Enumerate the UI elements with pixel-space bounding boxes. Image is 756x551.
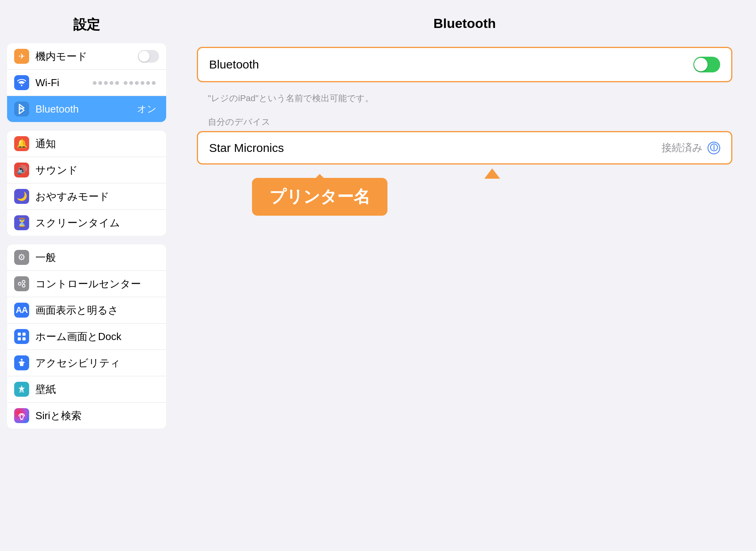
bluetooth-toggle-row: Bluetooth (198, 48, 731, 81)
sidebar: 設定 ✈ 機内モード Wi-Fi ●●●●● ●●●●●● (0, 0, 173, 551)
svg-rect-6 (22, 337, 26, 340)
accessibility-icon (14, 355, 29, 370)
controlcenter-label: コントロールセンター (35, 277, 159, 291)
wifi-icon (14, 75, 29, 90)
svg-rect-5 (18, 337, 21, 340)
sidebar-item-accessibility[interactable]: アクセシビリティ (7, 350, 166, 376)
sidebar-title: 設定 (0, 0, 173, 43)
airplane-label: 機内モード (35, 50, 138, 63)
svg-point-7 (21, 359, 23, 361)
display-label: 画面表示と明るさ (35, 303, 159, 317)
main-panel: Bluetooth Bluetooth "レジのiPad"という名前で検出可能で… (173, 0, 756, 551)
sidebar-item-home[interactable]: ホーム画面とDock (7, 324, 166, 350)
bluetooth-main-toggle[interactable] (693, 57, 720, 72)
sidebar-item-screentime[interactable]: ⏳ スクリーンタイム (7, 210, 166, 236)
donotdisturb-label: おやすみモード (35, 190, 159, 203)
device-row: Star Micronics 接続済み ⓘ (198, 132, 731, 163)
device-card: Star Micronics 接続済み ⓘ (197, 131, 732, 165)
sidebar-item-siri[interactable]: Siriと検索 (7, 403, 166, 429)
notification-label: 通知 (35, 137, 159, 151)
siri-icon (14, 408, 29, 423)
airplane-icon: ✈ (14, 49, 29, 64)
my-devices-header: 自分のデバイス (197, 109, 732, 131)
svg-point-1 (22, 281, 25, 283)
sidebar-item-donotdisturb[interactable]: 🌙 おやすみモード (7, 183, 166, 210)
accessibility-label: アクセシビリティ (35, 356, 159, 370)
controlcenter-icon (14, 276, 29, 291)
siri-label: Siriと検索 (35, 409, 159, 423)
wallpaper-label: 壁紙 (35, 383, 159, 396)
sidebar-item-airplane[interactable]: ✈ 機内モード (7, 43, 166, 70)
wallpaper-icon (14, 382, 29, 397)
svg-point-2 (22, 285, 25, 287)
donotdisturb-icon: 🌙 (14, 189, 29, 204)
airplane-toggle[interactable] (138, 50, 159, 63)
tooltip-arrow (484, 168, 500, 179)
sidebar-item-controlcenter[interactable]: コントロールセンター (7, 271, 166, 297)
general-label: 一般 (35, 251, 159, 264)
notification-icon: 🔔 (14, 136, 29, 151)
svg-rect-3 (18, 333, 21, 336)
device-info-button[interactable]: ⓘ (708, 142, 720, 154)
wifi-value: ●●●●● ●●●●●● (92, 78, 157, 88)
bluetooth-card-label: Bluetooth (209, 58, 693, 71)
sound-label: サウンド (35, 163, 159, 177)
svg-point-8 (20, 414, 23, 419)
svg-rect-4 (22, 333, 26, 336)
sidebar-item-general[interactable]: ⚙ 一般 (7, 244, 166, 271)
settings-group-general2: ⚙ 一般 コントロールセンター AA 画面表示と明るさ (7, 244, 166, 429)
sidebar-item-wifi[interactable]: Wi-Fi ●●●●● ●●●●●● (7, 70, 166, 96)
home-icon (14, 329, 29, 344)
screentime-icon: ⏳ (14, 215, 29, 230)
discovery-text: "レジのiPad"という名前で検出可能です。 (197, 89, 732, 109)
device-name: Star Micronics (209, 141, 662, 155)
general-icon: ⚙ (14, 250, 29, 265)
sidebar-item-bluetooth[interactable]: Bluetooth オン (7, 96, 166, 122)
bluetooth-card: Bluetooth (197, 47, 732, 82)
screentime-label: スクリーンタイム (35, 216, 159, 230)
settings-group-general1: 🔔 通知 🔊 サウンド 🌙 おやすみモード ⏳ スクリーンタイム (7, 131, 166, 236)
printer-tooltip-container: プリンター名 (252, 178, 732, 216)
settings-group-network: ✈ 機内モード Wi-Fi ●●●●● ●●●●●● (7, 43, 166, 122)
wifi-label: Wi-Fi (35, 77, 92, 89)
bluetooth-label: Bluetooth (35, 103, 137, 115)
sidebar-item-sound[interactable]: 🔊 サウンド (7, 157, 166, 183)
display-icon: AA (14, 303, 29, 318)
sound-icon: 🔊 (14, 163, 29, 178)
bluetooth-icon (14, 102, 29, 116)
sidebar-item-wallpaper[interactable]: 壁紙 (7, 376, 166, 403)
printer-name-tooltip: プリンター名 (252, 178, 387, 216)
svg-point-0 (19, 283, 21, 285)
bluetooth-value: オン (137, 103, 157, 115)
sidebar-item-display[interactable]: AA 画面表示と明るさ (7, 297, 166, 324)
home-label: ホーム画面とDock (35, 330, 159, 344)
toggle-knob (694, 58, 708, 71)
sidebar-item-notification[interactable]: 🔔 通知 (7, 131, 166, 157)
main-title: Bluetooth (197, 16, 732, 31)
device-status: 接続済み (662, 141, 703, 155)
